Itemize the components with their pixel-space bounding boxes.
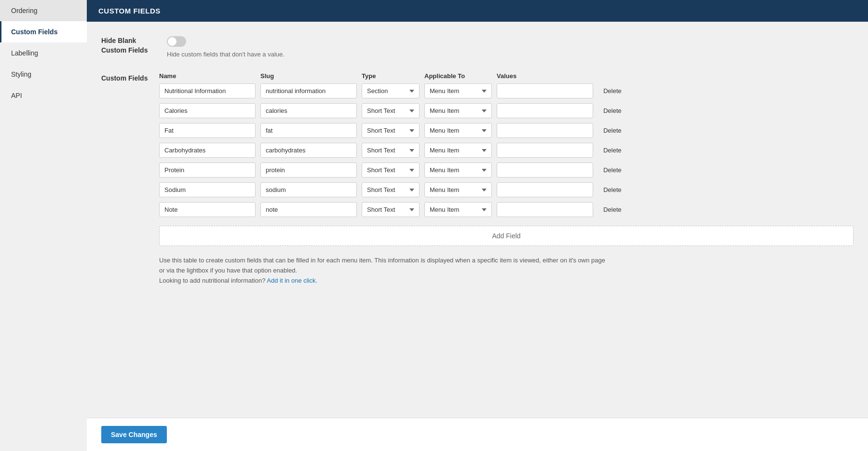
add-field-button[interactable]: Add Field [159, 226, 854, 246]
values-input[interactable] [497, 163, 593, 178]
slug-input[interactable] [260, 83, 357, 98]
sidebar-item-ordering[interactable]: Ordering [0, 0, 87, 21]
delete-button[interactable]: Delete [598, 166, 627, 174]
table-row: SectionShort TextLong TextNumberBooleanM… [159, 103, 854, 118]
slug-input[interactable] [260, 202, 357, 217]
main-area: CUSTOM FIELDS Hide Blank Custom Fields H… [87, 0, 868, 451]
slug-input[interactable] [260, 182, 357, 197]
slug-input[interactable] [260, 163, 357, 178]
table-row: SectionShort TextLong TextNumberBooleanM… [159, 123, 854, 138]
header-applicable-to: Applicable To [424, 72, 492, 80]
type-select[interactable]: SectionShort TextLong TextNumberBoolean [362, 202, 420, 217]
applicable-to-select[interactable]: Menu ItemMenuCategory [424, 143, 492, 158]
page-header: CUSTOM FIELDS [87, 0, 868, 22]
hide-blank-description: Hide custom fields that don't have a val… [167, 51, 285, 58]
content-area: Hide Blank Custom Fields Hide custom fie… [87, 22, 868, 418]
delete-button[interactable]: Delete [598, 206, 627, 213]
values-input[interactable] [497, 103, 593, 118]
name-input[interactable] [159, 163, 256, 178]
rows-container: SectionShort TextLong TextNumberBooleanM… [159, 83, 854, 217]
values-input[interactable] [497, 182, 593, 197]
toggle-container [167, 36, 285, 47]
sidebar: Ordering Custom Fields Labelling Styling… [0, 0, 87, 451]
info-text: Use this table to create custom fields t… [159, 256, 854, 286]
hide-blank-label: Hide Blank Custom Fields [101, 36, 159, 55]
applicable-to-select[interactable]: Menu ItemMenuCategory [424, 83, 492, 98]
applicable-to-select[interactable]: Menu ItemMenuCategory [424, 123, 492, 138]
applicable-to-select[interactable]: Menu ItemMenuCategory [424, 163, 492, 178]
type-select[interactable]: SectionShort TextLong TextNumberBoolean [362, 103, 420, 118]
name-input[interactable] [159, 143, 256, 158]
section-label: Custom Fields [101, 72, 149, 286]
type-select[interactable]: SectionShort TextLong TextNumberBoolean [362, 143, 420, 158]
values-input[interactable] [497, 123, 593, 138]
custom-fields-section: Custom Fields Name Slug Type Applicable … [101, 72, 854, 286]
delete-button[interactable]: Delete [598, 107, 627, 114]
nutritional-info-link[interactable]: Add it in one click. [267, 277, 317, 284]
sidebar-item-labelling[interactable]: Labelling [0, 42, 87, 64]
hide-blank-right: Hide custom fields that don't have a val… [167, 36, 285, 58]
type-select[interactable]: SectionShort TextLong TextNumberBoolean [362, 163, 420, 178]
table-row: SectionShort TextLong TextNumberBooleanM… [159, 182, 854, 197]
header-values: Values [497, 72, 593, 80]
name-input[interactable] [159, 202, 256, 217]
delete-button[interactable]: Delete [598, 127, 627, 134]
values-input[interactable] [497, 83, 593, 98]
header-type: Type [362, 72, 420, 80]
footer-bar: Save Changes [87, 418, 868, 451]
table-row: SectionShort TextLong TextNumberBooleanM… [159, 143, 854, 158]
type-select[interactable]: SectionShort TextLong TextNumberBoolean [362, 123, 420, 138]
table-row: SectionShort TextLong TextNumberBooleanM… [159, 202, 854, 217]
hide-blank-section: Hide Blank Custom Fields Hide custom fie… [101, 36, 854, 58]
sidebar-item-custom-fields[interactable]: Custom Fields [0, 21, 87, 42]
values-input[interactable] [497, 202, 593, 217]
save-button[interactable]: Save Changes [101, 426, 167, 443]
delete-button[interactable]: Delete [598, 186, 627, 193]
delete-button[interactable]: Delete [598, 147, 627, 154]
table-row: SectionShort TextLong TextNumberBooleanM… [159, 83, 854, 98]
name-input[interactable] [159, 103, 256, 118]
sidebar-item-styling[interactable]: Styling [0, 64, 87, 85]
hide-blank-toggle[interactable] [167, 36, 186, 47]
values-input[interactable] [497, 143, 593, 158]
table-row: SectionShort TextLong TextNumberBooleanM… [159, 163, 854, 178]
applicable-to-select[interactable]: Menu ItemMenuCategory [424, 202, 492, 217]
name-input[interactable] [159, 83, 256, 98]
name-input[interactable] [159, 123, 256, 138]
header-action [598, 72, 627, 80]
header-slug: Slug [260, 72, 357, 80]
fields-table: Name Slug Type Applicable To Values Sect… [159, 72, 854, 286]
slug-input[interactable] [260, 123, 357, 138]
type-select[interactable]: SectionShort TextLong TextNumberBoolean [362, 83, 420, 98]
header-name: Name [159, 72, 256, 80]
sidebar-item-api[interactable]: API [0, 85, 87, 106]
type-select[interactable]: SectionShort TextLong TextNumberBoolean [362, 182, 420, 197]
applicable-to-select[interactable]: Menu ItemMenuCategory [424, 182, 492, 197]
delete-button[interactable]: Delete [598, 87, 627, 95]
applicable-to-select[interactable]: Menu ItemMenuCategory [424, 103, 492, 118]
slug-input[interactable] [260, 143, 357, 158]
table-header: Name Slug Type Applicable To Values [159, 72, 854, 83]
slug-input[interactable] [260, 103, 357, 118]
name-input[interactable] [159, 182, 256, 197]
